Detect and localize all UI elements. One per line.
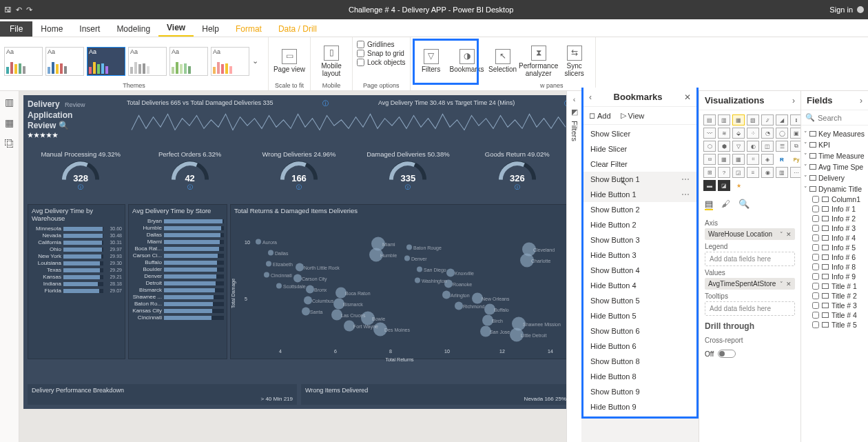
bar-row[interactable]: New York 29.93 bbox=[31, 253, 122, 259]
viz-slicer-icon[interactable]: ⧈ bbox=[703, 154, 716, 165]
viz-r-icon[interactable]: R bbox=[776, 154, 788, 165]
lock-objects-checkbox[interactable]: Lock objects bbox=[357, 58, 406, 67]
viz-filledmap-icon[interactable]: ⬢ bbox=[718, 141, 730, 152]
bar-row[interactable]: Louisiana 29.30 bbox=[31, 260, 122, 266]
field-checkbox[interactable] bbox=[812, 254, 819, 261]
report-view-icon[interactable]: ▥ bbox=[5, 97, 14, 108]
field-checkbox[interactable] bbox=[812, 283, 819, 290]
field-checkbox[interactable] bbox=[812, 205, 819, 212]
snap-to-grid-checkbox[interactable]: Snap to grid bbox=[357, 49, 404, 58]
viz-col-icon[interactable]: ▧ bbox=[747, 114, 759, 125]
viz-scatter-icon[interactable]: ⁘ bbox=[747, 128, 759, 139]
viz-arcgis-icon[interactable]: ◉ bbox=[761, 167, 774, 178]
field-item[interactable]: Info # 4 bbox=[803, 233, 867, 243]
viz-custom1-icon[interactable]: ▬ bbox=[703, 180, 716, 191]
bookmark-item[interactable]: Show Button 5 ⋯ bbox=[583, 293, 696, 308]
field-checkbox[interactable] bbox=[812, 312, 819, 319]
field-item[interactable]: Info # 5 bbox=[803, 243, 867, 252]
info-icon[interactable]: ⓘ bbox=[564, 99, 566, 108]
bar-row[interactable]: Shawnee ... bbox=[132, 294, 224, 300]
tab-help[interactable]: Help bbox=[194, 21, 227, 37]
bar-row[interactable]: Minnesota 30.60 bbox=[31, 225, 122, 232]
viz-table-icon[interactable]: ▦ bbox=[718, 154, 730, 165]
kpi-card[interactable]: Perfect Orders 6.32% 42 ⓘ bbox=[136, 150, 242, 191]
bookmark-add-button[interactable]: ◻ Add bbox=[589, 111, 611, 120]
tab-insert[interactable]: Insert bbox=[71, 21, 108, 37]
bar-row[interactable]: Cincinnati bbox=[132, 314, 224, 321]
tab-view[interactable]: View bbox=[158, 20, 194, 37]
more-icon[interactable]: ⋯ bbox=[681, 190, 690, 199]
close-icon[interactable]: ✕ bbox=[684, 92, 691, 102]
tab-data-drill[interactable]: Data / Drill bbox=[270, 21, 325, 37]
viz-powerapp-icon[interactable]: ▥ bbox=[776, 167, 788, 178]
viz-custom2-icon[interactable]: ◪ bbox=[718, 180, 730, 191]
bar-row[interactable]: Texas 29.29 bbox=[31, 267, 122, 273]
info-icon[interactable]: ⓘ bbox=[246, 183, 352, 191]
undo-icon[interactable]: ↶ bbox=[16, 6, 22, 14]
field-item[interactable]: Title # 2 bbox=[803, 291, 867, 301]
page-view-button[interactable]: ▭Page view bbox=[273, 49, 306, 73]
bar-row[interactable]: Florida 29.07 bbox=[31, 288, 122, 294]
bookmark-item[interactable]: Hide Button 3 ⋯ bbox=[583, 248, 696, 263]
viz-paginated-icon[interactable]: ≡ bbox=[747, 167, 759, 178]
theme-swatch-3[interactable]: Aa bbox=[87, 47, 125, 76]
viz-card-icon[interactable]: ◫ bbox=[761, 141, 774, 152]
field-item[interactable]: Info # 9 bbox=[803, 272, 867, 281]
viz-rscript-icon[interactable]: ⌗ bbox=[747, 154, 759, 165]
chevron-left-icon[interactable]: ‹ bbox=[589, 92, 592, 102]
viz-bar-icon[interactable]: ▥ bbox=[718, 114, 730, 125]
theme-swatch-6[interactable]: Aa bbox=[211, 47, 249, 76]
bar-row[interactable]: Boca Rat... bbox=[132, 245, 224, 252]
field-checkbox[interactable] bbox=[812, 263, 819, 270]
kpi-card[interactable]: Damaged Deliveries 50.38% 335 ⓘ bbox=[355, 150, 461, 191]
viz-ribbon-icon[interactable]: ≋ bbox=[718, 128, 730, 139]
field-item[interactable]: Title # 3 bbox=[803, 301, 867, 310]
axis-field-chip[interactable]: WareHouse Location˅✕ bbox=[705, 228, 795, 240]
signin-link[interactable]: Sign in bbox=[829, 6, 853, 14]
values-field-chip[interactable]: AvgTimeSpentAtStore˅✕ bbox=[705, 278, 795, 290]
theme-swatch-5[interactable]: Aa bbox=[169, 47, 208, 76]
panel-warehouse[interactable]: Avg Delivery Time by Warehouse Minnesota… bbox=[28, 204, 125, 359]
mobile-layout-button[interactable]: ▯Mobile layout bbox=[315, 46, 348, 77]
bar-row[interactable]: California 30.31 bbox=[31, 239, 122, 245]
bar-row[interactable]: Nevada 30.48 bbox=[31, 232, 122, 239]
bar-row[interactable]: Buffalo bbox=[132, 259, 224, 265]
field-checkbox[interactable] bbox=[812, 234, 819, 241]
viz-line-icon[interactable]: ⫽ bbox=[761, 114, 774, 125]
bookmark-item[interactable]: Show Button 2 ⋯ bbox=[583, 202, 696, 217]
bar-row[interactable]: Kansas 29.21 bbox=[31, 274, 122, 280]
field-checkbox[interactable] bbox=[812, 215, 819, 222]
field-item[interactable]: Column1 bbox=[803, 194, 867, 204]
field-checkbox[interactable] bbox=[812, 302, 819, 309]
more-icon[interactable]: ⋯ bbox=[681, 174, 690, 184]
bookmarks-pane-button[interactable]: ◑Bookmarks bbox=[451, 49, 484, 73]
format-tab-icon[interactable]: 🖌 bbox=[721, 199, 730, 210]
tab-format[interactable]: Format bbox=[227, 21, 270, 37]
bookmark-item[interactable]: Show Button 8 ⋯ bbox=[583, 354, 696, 369]
viz-donut-icon[interactable]: ◯ bbox=[776, 128, 788, 139]
chevron-right-icon[interactable]: › bbox=[860, 96, 862, 106]
field-table[interactable]: ˅ Delivery bbox=[803, 172, 867, 183]
info-icon[interactable]: ⓘ bbox=[355, 183, 461, 191]
bookmark-item[interactable]: Hide Button 2 ⋯ bbox=[583, 217, 696, 232]
kpi-card[interactable]: Manual Processing 49.32% 328 ⓘ bbox=[28, 150, 134, 191]
field-item[interactable]: Title # 1 bbox=[803, 281, 867, 291]
filters-pane-collapsed[interactable]: ‹ ◩ Filters bbox=[566, 91, 581, 442]
filters-pane-button[interactable]: ▽Filters bbox=[415, 49, 448, 73]
viz-matrix-icon[interactable]: ▦ bbox=[732, 154, 745, 165]
field-table[interactable]: ˅ Avg Time Spe bbox=[803, 161, 867, 172]
bookmark-item[interactable]: Hide Button 6 ⋯ bbox=[583, 339, 696, 354]
bookmark-item[interactable]: Show Button 1 ⋯ ↖ bbox=[583, 172, 696, 187]
search-icon[interactable]: 🔍 bbox=[59, 121, 69, 130]
sync-slicers-button[interactable]: ⇆Sync slicers bbox=[558, 46, 591, 77]
bookmark-item[interactable]: Show Button 3 ⋯ bbox=[583, 232, 696, 248]
theme-swatch-1[interactable]: Aa bbox=[4, 47, 43, 76]
bar-row[interactable]: Dallas bbox=[132, 232, 224, 238]
bookmark-item[interactable]: Hide Button 5 ⋯ bbox=[583, 308, 696, 323]
viz-narrative-icon[interactable]: ◲ bbox=[732, 167, 745, 178]
panel-performance[interactable]: Delivery Performance Breakdown > 40 Min … bbox=[28, 384, 297, 405]
model-view-icon[interactable]: ⿻ bbox=[5, 138, 14, 149]
field-item[interactable]: Info # 3 bbox=[803, 223, 867, 233]
viz-funnel-icon[interactable]: ▽ bbox=[732, 141, 745, 152]
chevron-left-icon[interactable]: ‹ bbox=[573, 95, 576, 103]
